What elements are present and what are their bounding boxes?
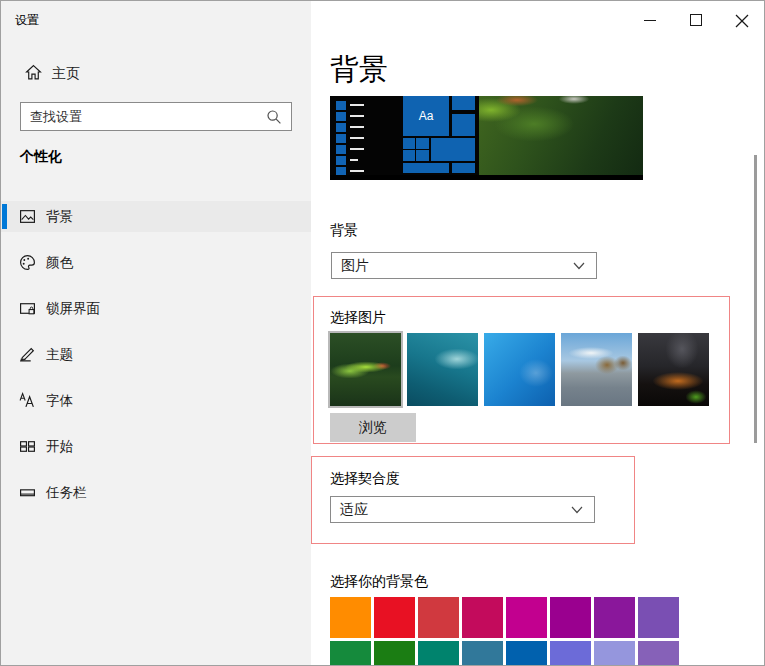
color-swatch[interactable] [462,597,503,638]
color-swatch[interactable] [506,597,547,638]
sidebar-item-lockscreen[interactable]: 锁屏界面 [1,293,311,324]
choose-color-label: 选择你的背景色 [330,573,428,591]
sidebar: 设置 主页 个性化 背景 颜色 [1,1,311,665]
preview-tile [452,163,475,173]
sidebar-home-label: 主页 [52,65,80,83]
chevron-down-icon [571,506,583,514]
minimize-button[interactable] [627,1,673,41]
search-box [20,102,292,131]
sidebar-item-home[interactable]: 主页 [1,57,311,89]
preview-wallpaper-image [479,96,643,175]
preview-menu-line [350,159,358,161]
thumbnail-underwater-swimmer[interactable] [407,333,478,406]
home-icon [25,64,42,81]
sidebar-item-colors[interactable]: 颜色 [1,247,311,278]
close-button[interactable] [719,1,765,41]
search-icon[interactable] [266,109,282,125]
fit-dropdown[interactable]: 适应 [330,496,595,523]
color-swatch[interactable] [550,597,591,638]
background-type-dropdown[interactable]: 图片 [331,252,597,279]
maximize-button[interactable] [673,1,719,41]
color-swatch[interactable] [638,641,679,666]
picture-thumbnails [330,333,709,406]
preview-tile [416,138,429,149]
maximize-icon [690,14,702,26]
preview-tile [452,114,475,136]
close-icon [735,14,749,28]
sidebar-item-themes[interactable]: 主题 [1,339,311,370]
preview-tile [403,150,415,161]
sidebar-item-background[interactable]: 背景 [1,201,311,232]
sidebar-item-label: 任务栏 [46,484,87,502]
preview-menu-line [350,104,364,106]
color-swatch[interactable] [550,641,591,666]
color-swatch[interactable] [374,597,415,638]
search-input[interactable] [30,103,260,130]
sidebar-item-label: 背景 [46,208,73,226]
color-swatch[interactable] [330,641,371,666]
vertical-scrollbar[interactable] [754,155,757,443]
sidebar-item-label: 颜色 [46,254,73,272]
preview-menu-square [336,112,346,121]
sidebar-section-title: 个性化 [20,148,62,166]
choose-picture-label: 选择图片 [330,309,386,327]
color-swatch[interactable] [418,641,459,666]
preview-taskbar [330,175,643,180]
sidebar-item-taskbar[interactable]: 任务栏 [1,477,311,508]
preview-tile-aa: Aa [403,96,449,136]
settings-window: 设置 主页 个性化 背景 颜色 [0,0,765,666]
start-tiles-icon [19,438,36,455]
sidebar-item-fonts[interactable]: 字体 [1,385,311,416]
preview-tile [403,163,449,173]
dropdown-value: 图片 [341,257,369,275]
preview-menu-square [336,145,346,154]
lockscreen-icon [19,300,36,317]
palette-icon [19,254,36,271]
preview-tile [416,150,429,161]
color-swatch[interactable] [330,597,371,638]
fonts-icon [19,392,36,409]
preview-menu-line [350,137,364,139]
preview-menu-line [350,170,364,172]
sidebar-item-start[interactable]: 开始 [1,431,311,462]
color-swatch[interactable] [638,597,679,638]
color-swatch[interactable] [594,597,635,638]
taskbar-icon [19,484,36,501]
thumbnail-beach-rock-arches[interactable] [561,333,632,406]
dropdown-value: 适应 [340,501,368,519]
background-preview: Aa [330,96,643,180]
sidebar-item-label: 字体 [46,392,73,410]
color-swatch[interactable] [506,641,547,666]
preview-menu-square [336,156,346,165]
selected-indicator [2,204,7,229]
minimize-icon [644,20,656,21]
preview-tile [452,96,475,110]
browse-button[interactable]: 浏览 [330,413,416,442]
color-swatch[interactable] [594,641,635,666]
color-swatch[interactable] [418,597,459,638]
preview-tile [431,138,475,161]
sidebar-item-label: 主题 [46,346,73,364]
preview-tile [403,138,415,149]
color-swatch[interactable] [374,641,415,666]
color-swatch[interactable] [462,641,503,666]
background-type-label: 背景 [330,222,358,240]
app-title: 设置 [15,12,39,29]
themes-icon [19,346,36,363]
choose-fit-label: 选择契合度 [330,470,400,488]
preview-menu-line [350,148,364,150]
page-title: 背景 [330,50,388,90]
background-color-grid [330,597,679,666]
sidebar-item-label: 锁屏界面 [46,300,100,318]
background-icon [19,208,36,225]
preview-menu-square [336,123,346,132]
preview-menu-square [336,134,346,143]
thumbnail-windows-default-blue[interactable] [484,333,555,406]
chevron-down-icon [573,262,585,270]
sidebar-item-label: 开始 [46,438,73,456]
preview-menu-line [350,115,364,117]
preview-menu-square [336,101,346,110]
thumbnail-night-sky-tent[interactable] [638,333,709,406]
preview-menu-line [350,126,364,128]
thumbnail-green-lake-village[interactable] [330,333,401,406]
